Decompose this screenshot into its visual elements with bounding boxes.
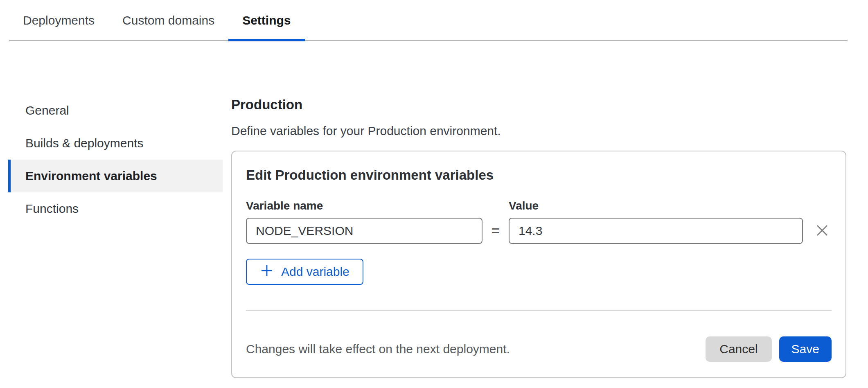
card-footer: Changes will take effect on the next dep… [246,336,832,362]
label-spacer [803,200,832,218]
cancel-button[interactable]: Cancel [706,336,771,362]
sidebar-item-general[interactable]: General [8,94,223,127]
variable-name-cell [246,218,482,244]
tab-deployments[interactable]: Deployments [9,0,108,41]
x-icon [816,224,828,238]
remove-variable-cell [803,218,832,244]
save-button[interactable]: Save [779,336,832,362]
footer-actions: Cancel Save [706,336,832,362]
tab-settings[interactable]: Settings [228,0,304,41]
add-variable-button[interactable]: Add variable [246,259,363,285]
label-spacer [482,200,509,218]
sidebar-item-environment-variables[interactable]: Environment variables [8,160,223,192]
sidebar-item-builds-deployments[interactable]: Builds & deployments [8,127,223,160]
variable-name-label: Variable name [246,200,482,212]
card-divider [246,310,832,311]
variable-value-cell [509,218,803,244]
equals-sign: = [482,218,509,244]
tab-custom-domains[interactable]: Custom domains [108,0,228,41]
variable-value-input[interactable] [509,218,803,244]
tab-bar: Deployments Custom domains Settings [0,0,868,41]
card-title: Edit Production environment variables [246,167,832,183]
add-variable-label: Add variable [281,265,349,279]
plus-icon [260,264,274,280]
deployment-note: Changes will take effect on the next dep… [246,342,510,356]
tab-list: Deployments Custom domains Settings [0,0,868,41]
remove-variable-button[interactable] [816,224,828,238]
variable-name-input[interactable] [246,218,482,244]
settings-sidebar: General Builds & deployments Environment… [8,94,223,225]
sidebar-item-functions[interactable]: Functions [8,192,223,225]
page-description: Define variables for your Production env… [231,124,846,138]
environment-variables-card: Edit Production environment variables Va… [231,151,846,378]
page-title: Production [231,92,846,113]
variable-fields: Variable name Value = [246,200,832,244]
value-label: Value [509,200,803,212]
main-content: Production Define variables for your Pro… [231,92,846,378]
